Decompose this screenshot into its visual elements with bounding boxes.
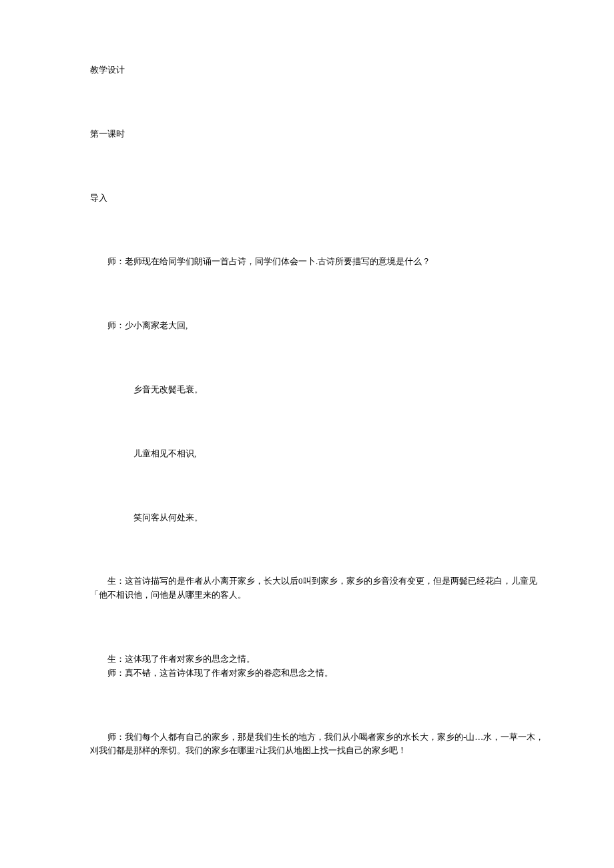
- student-response-1: 生：这首诗描写的是作者从小离开家乡，长大以后0叫到家乡，家乡的乡音没有变更，但是…: [90, 574, 547, 602]
- student-response-2: 生：这体现了作者对家乡的思念之情。: [90, 653, 547, 667]
- poem-line-3: 儿童相见不相识,: [90, 447, 547, 461]
- teacher-opening: 师：老师现在给同学们朗诵一首占诗，同学们体会一卜.古诗所要描写的意境是什么？: [90, 255, 547, 269]
- lesson-heading: 第一课时: [90, 127, 547, 141]
- intro-heading: 导入: [90, 191, 547, 205]
- poem-line-2: 乡音无改鬓毛衰。: [90, 383, 547, 397]
- section-title: 教学设计: [90, 63, 547, 77]
- teacher-poem-start: 师：少小离家老大回,: [90, 319, 547, 333]
- teacher-comment: 师：真不错，这首诗体现了作者对家乡的眷恋和思念之情。: [90, 667, 547, 681]
- teacher-closing: 师：我们每个人都有自己的家乡，那是我们生长的地方，我们从小喝者家乡的水长大，家乡…: [90, 731, 547, 759]
- poem-line-4: 笑问客从何处来。: [90, 511, 547, 525]
